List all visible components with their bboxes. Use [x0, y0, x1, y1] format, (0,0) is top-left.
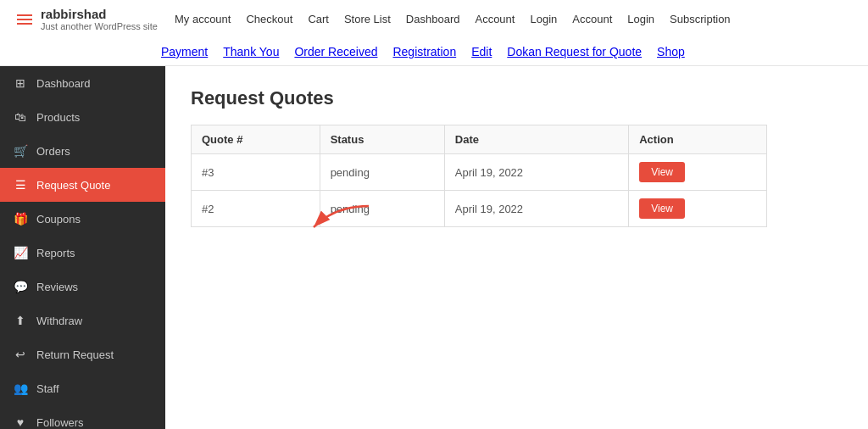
col-date: Date: [444, 125, 628, 154]
dashboard-icon: ⊞: [13, 75, 28, 91]
nav-order-received[interactable]: Order Received: [294, 45, 377, 58]
followers-icon: ♥: [13, 415, 28, 429]
nav-my-account[interactable]: My account: [175, 13, 231, 25]
hamburger-icon[interactable]: [17, 14, 32, 25]
nav-payment[interactable]: Payment: [161, 45, 208, 58]
withdraw-icon: ⬆: [13, 313, 28, 328]
sidebar-label-followers: Followers: [36, 416, 84, 429]
sidebar-label-orders: Orders: [36, 145, 70, 158]
view-button-1[interactable]: View: [639, 162, 685, 182]
nav-cart[interactable]: Cart: [308, 13, 329, 25]
main-layout: ⊞ Dashboard 🛍 Products 🛒 Orders ☰ Reques…: [0, 66, 868, 429]
sidebar-item-products[interactable]: 🛍 Products: [0, 100, 165, 134]
products-icon: 🛍: [13, 109, 28, 125]
sidebar-label-coupons: Coupons: [36, 213, 81, 226]
return-icon: ↩: [13, 347, 28, 362]
nav-dashboard[interactable]: Dashboard: [406, 13, 460, 25]
sidebar-item-staff[interactable]: 👥 Staff: [0, 371, 165, 405]
nav-edit[interactable]: Edit: [471, 45, 492, 58]
sidebar-item-reviews[interactable]: 💬 Reviews: [0, 270, 165, 304]
nav-account-1[interactable]: Account: [475, 13, 515, 25]
reports-icon: 📈: [13, 245, 28, 260]
sidebar-item-followers[interactable]: ♥ Followers: [0, 405, 165, 429]
top-navigation: rabbirshad Just another WordPress site M…: [0, 0, 868, 66]
coupons-icon: 🎁: [13, 211, 28, 226]
sidebar-label-dashboard: Dashboard: [36, 77, 91, 90]
page-title: Request Quotes: [191, 87, 843, 109]
nav-dokan-request[interactable]: Dokan Request for Quote: [507, 45, 642, 58]
quote-date-1: April 19, 2022: [444, 154, 628, 191]
site-name: rabbirshad: [41, 7, 158, 21]
col-quote-num: Quote #: [192, 125, 320, 154]
sidebar-item-coupons[interactable]: 🎁 Coupons: [0, 202, 165, 236]
site-logo: rabbirshad Just another WordPress site: [17, 7, 158, 31]
nav-thank-you[interactable]: Thank You: [223, 45, 279, 58]
reviews-icon: 💬: [13, 279, 28, 294]
col-status: Status: [320, 125, 444, 154]
nav-account-2[interactable]: Account: [572, 13, 612, 25]
main-content: Request Quotes Quote # Status Date Actio…: [165, 66, 868, 429]
sidebar-label-return-request: Return Request: [36, 348, 114, 361]
sidebar-label-products: Products: [36, 111, 80, 124]
nav-login-2[interactable]: Login: [627, 13, 654, 25]
quote-action-1: View: [629, 154, 767, 191]
sidebar-item-reports[interactable]: 📈 Reports: [0, 236, 165, 270]
sidebar-label-request-quote: Request Quote: [36, 179, 110, 192]
quotes-table: Quote # Status Date Action #3 pending Ap…: [191, 125, 767, 227]
sidebar-item-dashboard[interactable]: ⊞ Dashboard: [0, 66, 165, 100]
nav-checkout[interactable]: Checkout: [246, 13, 292, 25]
col-action: Action: [629, 125, 767, 154]
quote-num-2: #2: [192, 191, 320, 227]
sidebar-item-request-quote[interactable]: ☰ Request Quote: [0, 168, 165, 202]
nav-row1: My account Checkout Cart Store List Dash…: [175, 13, 731, 25]
quote-action-2: View: [629, 191, 767, 227]
sidebar-label-reviews: Reviews: [36, 281, 78, 293]
orders-icon: 🛒: [13, 143, 28, 159]
sidebar-item-orders[interactable]: 🛒 Orders: [0, 134, 165, 168]
quote-status-2: pending: [320, 191, 444, 227]
quote-status-1: pending: [320, 154, 444, 191]
quote-date-2: April 19, 2022: [444, 191, 628, 227]
nav-row2: Payment Thank You Order Received Registr…: [17, 38, 851, 65]
request-quote-icon: ☰: [13, 177, 28, 192]
site-tagline: Just another WordPress site: [41, 21, 158, 31]
nav-subscription[interactable]: Subscription: [670, 13, 731, 25]
nav-store-list[interactable]: Store List: [344, 13, 391, 25]
sidebar-label-staff: Staff: [36, 382, 59, 395]
nav-login-1[interactable]: Login: [530, 13, 557, 25]
sidebar-item-withdraw[interactable]: ⬆ Withdraw: [0, 304, 165, 337]
sidebar-label-withdraw: Withdraw: [36, 315, 82, 327]
table-row: #2 pending April 19, 2022 View: [192, 191, 767, 227]
sidebar: ⊞ Dashboard 🛍 Products 🛒 Orders ☰ Reques…: [0, 66, 165, 429]
quote-num-1: #3: [192, 154, 320, 191]
sidebar-item-return-request[interactable]: ↩ Return Request: [0, 337, 165, 371]
staff-icon: 👥: [13, 381, 28, 396]
nav-shop[interactable]: Shop: [657, 45, 685, 58]
view-button-2[interactable]: View: [639, 198, 685, 219]
table-row: #3 pending April 19, 2022 View: [192, 154, 767, 191]
nav-registration[interactable]: Registration: [392, 45, 456, 58]
sidebar-label-reports: Reports: [36, 247, 75, 259]
